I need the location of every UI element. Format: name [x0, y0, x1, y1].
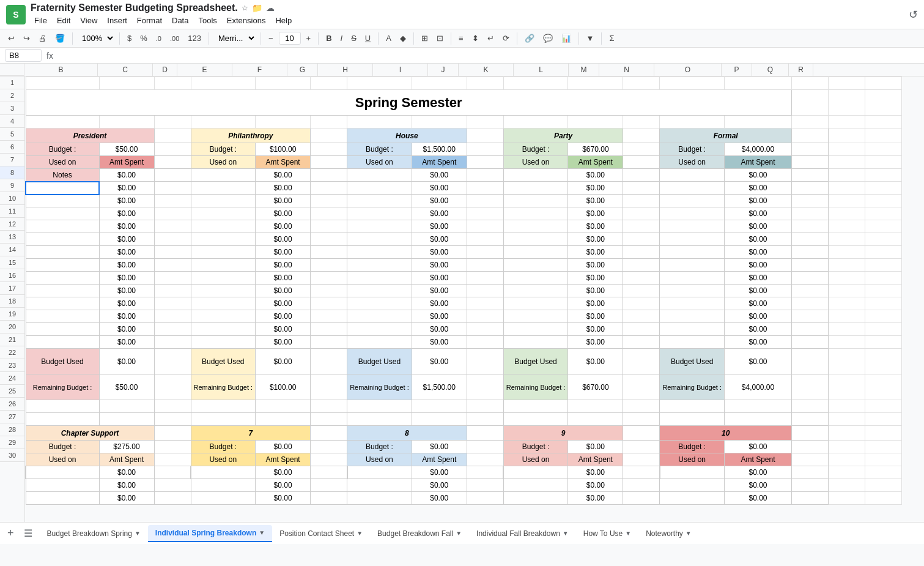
borders-button[interactable]: ⊞ — [418, 32, 431, 45]
cell-o29[interactable]: $0.00 — [725, 479, 792, 492]
cell-c3[interactable] — [99, 116, 154, 128]
cell-f14[interactable]: $0.00 — [256, 259, 311, 272]
pres-notes[interactable]: Notes — [26, 169, 99, 182]
cell-d13[interactable] — [154, 246, 191, 259]
cell-r9[interactable] — [865, 195, 902, 207]
cell-p20[interactable] — [792, 336, 829, 349]
cell-m22[interactable] — [623, 374, 660, 400]
cell-j14[interactable] — [467, 259, 503, 272]
formal-budget-value[interactable]: $4,000.00 — [725, 143, 792, 156]
cell-r8[interactable] — [865, 182, 902, 195]
philanthropy-header[interactable]: Philanthropy — [191, 128, 311, 143]
col-header-n[interactable]: N — [599, 64, 654, 76]
fill-color-button[interactable]: ◆ — [397, 32, 409, 45]
cell-g15[interactable] — [311, 272, 347, 285]
cell-p28[interactable] — [792, 466, 829, 479]
party-budget-value[interactable]: $670.00 — [568, 143, 623, 156]
cell-p2[interactable] — [829, 90, 865, 116]
cell-d12[interactable] — [154, 233, 191, 246]
cell-p4[interactable] — [792, 128, 829, 143]
menu-data[interactable]: Data — [168, 15, 192, 26]
italic-button[interactable]: I — [338, 32, 346, 45]
cell-i12[interactable]: $0.00 — [412, 233, 467, 246]
phil-remaining-value[interactable]: $100.00 — [256, 374, 311, 400]
cell-q5[interactable] — [829, 143, 865, 156]
sec10-used-on[interactable]: Used on — [660, 453, 725, 466]
row-num-26[interactable]: 26 — [0, 398, 24, 411]
party-amt-spent[interactable]: Amt Spent — [568, 156, 623, 169]
cell-b29[interactable] — [26, 479, 99, 492]
formal-header[interactable]: Formal — [660, 128, 792, 143]
cell-e13[interactable] — [191, 246, 256, 259]
cell-d26[interactable] — [154, 441, 191, 453]
formula-input[interactable] — [58, 50, 919, 61]
cell-d30[interactable] — [154, 492, 191, 505]
cell-i15[interactable]: $0.00 — [412, 272, 467, 285]
formal-budget-used-label[interactable]: Budget Used — [660, 349, 725, 374]
cell-f10[interactable]: $0.00 — [256, 207, 311, 220]
cell-f11[interactable]: $0.00 — [256, 220, 311, 233]
cell-c13[interactable]: $0.00 — [99, 246, 154, 259]
phil-row8-amt[interactable]: $0.00 — [256, 182, 311, 195]
cell-e1[interactable] — [191, 77, 256, 90]
cell-n30[interactable] — [660, 492, 725, 505]
cell-m24[interactable] — [623, 413, 660, 426]
cell-o13[interactable]: $0.00 — [725, 246, 792, 259]
formal-row7-amt[interactable]: $0.00 — [725, 169, 792, 182]
cell-e9[interactable] — [191, 195, 256, 207]
cell-n24[interactable] — [660, 413, 725, 426]
cell-q24[interactable] — [829, 413, 865, 426]
cell-d7[interactable] — [154, 169, 191, 182]
cell-b24[interactable] — [26, 413, 99, 426]
cell-d6[interactable] — [154, 156, 191, 169]
section8-header[interactable]: 8 — [347, 426, 467, 441]
pres-remaining-label[interactable]: Remaining Budget : — [26, 374, 99, 400]
cell-g1[interactable] — [311, 77, 347, 90]
cell-d18[interactable] — [154, 310, 191, 323]
text-color-button[interactable]: A — [383, 32, 394, 45]
redo-button[interactable]: ↪ — [20, 32, 33, 45]
cell-g10[interactable] — [311, 207, 347, 220]
cell-g29[interactable] — [311, 479, 347, 492]
cell-m19[interactable] — [623, 323, 660, 336]
cell-h14[interactable] — [347, 259, 412, 272]
cell-q16[interactable] — [829, 285, 865, 297]
party-row7-amt[interactable]: $0.00 — [568, 169, 623, 182]
cell-j7[interactable] — [467, 169, 503, 182]
cell-b12[interactable] — [26, 233, 99, 246]
sec7-amt-spent[interactable]: Amt Spent — [256, 453, 311, 466]
cell-g18[interactable] — [311, 310, 347, 323]
sec9-amt-spent[interactable]: Amt Spent — [568, 453, 623, 466]
cell-d8[interactable] — [154, 182, 191, 195]
tab-how-to-use[interactable]: How To Use ▼ — [576, 526, 638, 542]
cell-l3[interactable] — [568, 116, 623, 128]
cell-n14[interactable] — [660, 259, 725, 272]
col-header-h[interactable]: H — [318, 64, 373, 76]
party-budget-label[interactable]: Budget : — [503, 143, 568, 156]
cell-n11[interactable] — [660, 220, 725, 233]
cell-i17[interactable]: $0.00 — [412, 297, 467, 310]
cell-b1[interactable] — [26, 77, 99, 90]
ch-support-budget-label[interactable]: Budget : — [26, 441, 99, 453]
cell-l29[interactable]: $0.00 — [568, 479, 623, 492]
cell-n3[interactable] — [660, 116, 725, 128]
cell-n17[interactable] — [660, 297, 725, 310]
cell-l13[interactable]: $0.00 — [568, 246, 623, 259]
cell-i11[interactable]: $0.00 — [412, 220, 467, 233]
house-remaining-label[interactable]: Remaining Budget : — [347, 374, 412, 400]
tab-dropdown-icon[interactable]: ▼ — [135, 530, 141, 537]
cell-g22[interactable] — [311, 374, 347, 400]
cell-h3[interactable] — [347, 116, 412, 128]
cell-b23[interactable] — [26, 400, 99, 413]
sec9-used-on[interactable]: Used on — [503, 453, 568, 466]
sec10-budget-value[interactable]: $0.00 — [725, 441, 792, 453]
cell-h10[interactable] — [347, 207, 412, 220]
row-num-2[interactable]: 2 — [0, 89, 24, 102]
cell-r7[interactable] — [865, 169, 902, 182]
cell-h23[interactable] — [347, 400, 412, 413]
row-num-6[interactable]: 6 — [0, 141, 24, 154]
cell-n15[interactable] — [660, 272, 725, 285]
cell-d16[interactable] — [154, 285, 191, 297]
cell-d24[interactable] — [154, 413, 191, 426]
cell-l10[interactable]: $0.00 — [568, 207, 623, 220]
